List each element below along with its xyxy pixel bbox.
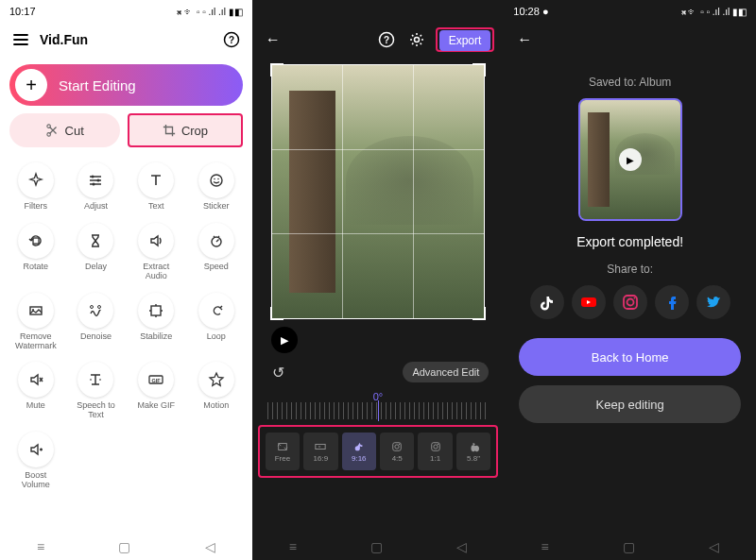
svg-point-30 (438, 443, 438, 444)
facebook-icon (662, 293, 681, 312)
app-header: Vid.Fun ? (0, 23, 252, 57)
statusbar: 10:17 ⌘ ᯤ ▫ ▫ .ıl .ıl ▮◧ (0, 0, 252, 23)
nav-back-icon[interactable]: ◁ (205, 539, 215, 554)
clock: 10:28 ● (513, 6, 548, 17)
tiktok-icon (353, 441, 365, 452)
export-button[interactable]: Export (439, 30, 491, 51)
video-thumbnail[interactable]: ▶ (578, 98, 682, 221)
tool-label: Make GIF (137, 401, 175, 411)
tool-star[interactable]: Motion (186, 358, 247, 424)
nav-back-icon[interactable]: ◁ (456, 539, 467, 554)
help-icon[interactable]: ? (375, 28, 398, 51)
ratio-label: 1:1 (430, 454, 440, 463)
tool-mute[interactable]: Mute (6, 358, 66, 424)
wide-icon (315, 441, 326, 452)
crop-handle[interactable] (472, 307, 486, 320)
reset-icon[interactable]: ↺ (267, 361, 290, 383)
tool-audio[interactable]: Extract Audio (126, 219, 186, 285)
nav-menu-icon[interactable]: ≡ (541, 539, 548, 554)
svg-point-7 (211, 175, 222, 186)
cut-chip[interactable]: Cut (9, 113, 120, 147)
back-to-home-button[interactable]: Back to Home (519, 338, 741, 376)
ratio-58[interactable]: 5.8" (456, 433, 490, 470)
nav-home-icon[interactable]: ▢ (118, 539, 130, 554)
nav-home-icon[interactable]: ▢ (370, 539, 383, 554)
tool-sparkle[interactable]: Filters (6, 159, 66, 215)
svg-point-21 (414, 38, 419, 42)
tool-text[interactable]: Text (126, 159, 186, 215)
share-instagram-button[interactable] (613, 285, 647, 319)
gif-icon: GIF (138, 362, 174, 398)
star-icon (198, 362, 234, 398)
keep-editing-button[interactable]: Keep editing (519, 385, 741, 423)
svg-point-27 (399, 443, 400, 444)
sliders-icon (77, 162, 113, 198)
ratio-11[interactable]: 1:1 (418, 433, 452, 470)
phone-crop-editor: ← ? Export ▶ ↺ Advanced Edit 0° Free16:9… (252, 0, 505, 560)
statusbar (252, 0, 505, 23)
smile-icon (198, 162, 234, 198)
tool-label: Rotate (24, 263, 49, 272)
phone-export-complete: 10:28 ● ⌘ ᯤ ▫ ▫ .ıl .ıl ▮◧ ← Saved to: A… (504, 0, 756, 560)
tool-denoise[interactable]: Denoise (66, 289, 127, 355)
nav-menu-icon[interactable]: ≡ (37, 539, 44, 554)
tool-smile[interactable]: Sticker (186, 159, 247, 215)
free-icon (277, 441, 288, 452)
tools-grid: FiltersAdjustTextStickerRotateDelayExtra… (0, 155, 252, 534)
share-tiktok-button[interactable] (530, 285, 564, 319)
export-highlight: Export (436, 27, 495, 52)
youtube-icon (579, 293, 598, 312)
share-youtube-button[interactable] (572, 285, 606, 319)
tool-rotate[interactable]: Rotate (6, 219, 66, 285)
tool-label: Speech to Text (71, 401, 120, 420)
video-canvas[interactable] (271, 64, 486, 319)
svg-point-4 (92, 176, 94, 178)
app-title: Vid.Fun (40, 32, 213, 47)
gear-icon[interactable] (405, 28, 428, 51)
play-button[interactable]: ▶ (271, 327, 298, 353)
share-twitter-button[interactable] (696, 285, 730, 319)
tool-gif[interactable]: GIFMake GIF (126, 358, 186, 424)
tool-sliders[interactable]: Adjust (66, 159, 127, 215)
tool-stabilize[interactable]: Stabilize (126, 289, 186, 355)
ig-icon (391, 441, 403, 452)
tool-rmwm[interactable]: Remove Watermark (6, 289, 66, 355)
nav-back-icon[interactable]: ◁ (709, 539, 719, 554)
tool-speed[interactable]: Speed (186, 219, 247, 285)
back-icon[interactable]: ← (513, 28, 536, 51)
crop-handle[interactable] (270, 307, 284, 320)
hamburger-icon[interactable] (9, 28, 32, 51)
editor-header: ← ? Export (252, 23, 505, 57)
svg-point-26 (395, 444, 399, 448)
nav-home-icon[interactable]: ▢ (623, 539, 635, 554)
ratio-label: 9:16 (352, 454, 367, 463)
crop-handle[interactable] (270, 63, 284, 76)
ratio-169[interactable]: 16:9 (303, 433, 337, 470)
share-facebook-button[interactable] (655, 285, 689, 319)
ratio-Free[interactable]: Free (266, 433, 300, 470)
clock: 10:17 (9, 6, 36, 17)
nav-menu-icon[interactable]: ≡ (289, 539, 297, 554)
tiktok-icon (538, 293, 557, 312)
tool-loop[interactable]: Loop (186, 289, 247, 355)
tool-label: Filters (25, 202, 48, 212)
svg-point-14 (91, 305, 94, 308)
ratio-916[interactable]: 9:16 (342, 433, 376, 470)
tool-stt[interactable]: Speech to Text (66, 358, 127, 424)
help-icon[interactable]: ? (220, 28, 243, 51)
start-editing-button[interactable]: + Start Editing (9, 64, 243, 106)
tool-label: Sticker (203, 202, 230, 212)
tool-boost[interactable]: Boost Volume (6, 428, 66, 494)
tool-label: Denoise (80, 332, 112, 342)
crop-chip[interactable]: Crop (128, 113, 242, 147)
start-label: Start Editing (59, 77, 136, 93)
ratio-45[interactable]: 4:5 (380, 433, 414, 470)
rotation-ruler[interactable] (267, 402, 490, 419)
advanced-edit-button[interactable]: Advanced Edit (403, 362, 489, 382)
tool-hourglass[interactable]: Delay (66, 219, 127, 285)
back-icon[interactable]: ← (262, 28, 284, 51)
crop-handle[interactable] (472, 63, 486, 76)
statusbar: 10:28 ● ⌘ ᯤ ▫ ▫ .ıl .ıl ▮◧ (504, 0, 756, 23)
svg-point-35 (633, 297, 635, 299)
text-icon (138, 162, 174, 198)
